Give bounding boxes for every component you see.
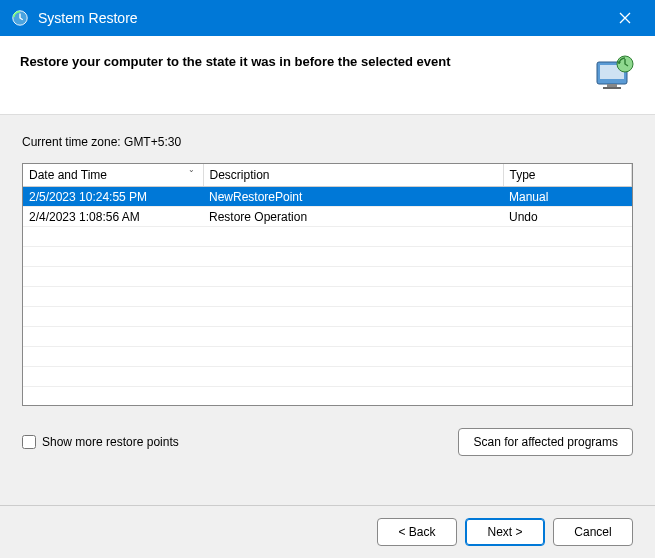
window-title: System Restore [38,10,605,26]
table-row-empty [23,287,632,307]
show-more-checkbox[interactable] [22,435,36,449]
table-row-empty [23,367,632,387]
table-cell-type: Manual [503,187,632,207]
content-area: Current time zone: GMT+5:30 Date and Tim… [0,115,655,474]
table-cell-type: Undo [503,207,632,227]
table-row-empty [23,247,632,267]
back-button[interactable]: < Back [377,518,457,546]
below-table-row: Show more restore points Scan for affect… [22,428,633,456]
table-cell-description: NewRestorePoint [203,187,503,207]
close-icon[interactable] [605,0,645,36]
table-row-empty [23,347,632,367]
restore-points-table[interactable]: Date and Time ⌄ Description Type 2/5/202… [22,163,633,406]
table-row-empty [23,227,632,247]
table-cell-datetime: 2/5/2023 10:24:55 PM [23,187,203,207]
timezone-label: Current time zone: GMT+5:30 [22,135,633,149]
table-row-empty [23,307,632,327]
footer-buttons: < Back Next > Cancel [0,505,655,558]
system-restore-icon [10,8,30,28]
column-header-label: Date and Time [29,168,107,182]
column-header-description[interactable]: Description [203,164,503,187]
svg-rect-4 [603,87,621,89]
header-area: Restore your computer to the state it wa… [0,36,655,115]
column-header-type[interactable]: Type [503,164,632,187]
cancel-button[interactable]: Cancel [553,518,633,546]
svg-rect-3 [607,84,617,87]
table-row-empty [23,327,632,347]
table-header-row: Date and Time ⌄ Description Type [23,164,632,187]
titlebar: System Restore [0,0,655,36]
table-row[interactable]: 2/4/2023 1:08:56 AMRestore OperationUndo [23,207,632,227]
sort-indicator-icon: ⌄ [188,165,195,174]
show-more-label: Show more restore points [42,435,179,449]
table-row[interactable]: 2/5/2023 10:24:55 PMNewRestorePointManua… [23,187,632,207]
column-header-datetime[interactable]: Date and Time ⌄ [23,164,203,187]
table-cell-datetime: 2/4/2023 1:08:56 AM [23,207,203,227]
table-cell-description: Restore Operation [203,207,503,227]
page-instruction: Restore your computer to the state it wa… [20,54,451,69]
scan-affected-button[interactable]: Scan for affected programs [458,428,633,456]
restore-monitor-icon [593,54,635,92]
show-more-checkbox-wrap[interactable]: Show more restore points [22,435,179,449]
table-row-empty [23,267,632,287]
table-row-empty [23,387,632,407]
next-button[interactable]: Next > [465,518,545,546]
